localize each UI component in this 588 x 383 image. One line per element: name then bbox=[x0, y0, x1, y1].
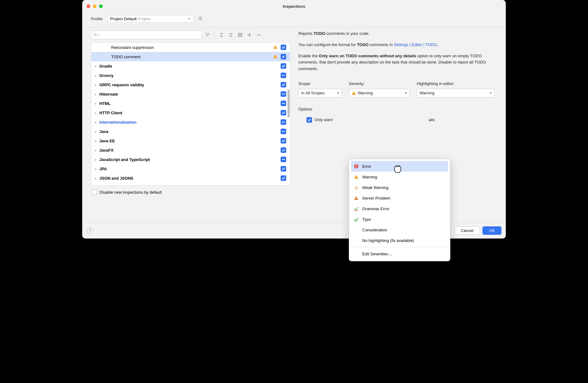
checkbox[interactable] bbox=[281, 82, 286, 87]
expand-arrow-icon[interactable]: ▸ bbox=[95, 64, 99, 68]
search-input[interactable]: ▾ bbox=[91, 31, 202, 39]
expand-arrow-icon[interactable]: ▸ bbox=[95, 130, 99, 133]
profile-label: Profile: bbox=[91, 17, 103, 21]
tree-row[interactable]: Redundant suppression bbox=[91, 43, 290, 52]
grammar-icon bbox=[353, 206, 359, 211]
severity-option[interactable]: Consideration bbox=[349, 225, 450, 235]
highlight-select[interactable]: Warning ▾ bbox=[417, 89, 495, 97]
expand-arrow-icon[interactable]: ▸ bbox=[95, 139, 99, 143]
checkbox[interactable] bbox=[281, 166, 286, 172]
remove-icon[interactable] bbox=[255, 33, 263, 37]
option-label: Grammar Error bbox=[362, 206, 389, 211]
tree-row[interactable]: ▸JavaScript and TypeScript bbox=[91, 155, 290, 164]
collapse-all-icon[interactable] bbox=[227, 33, 235, 37]
filter-icon[interactable] bbox=[204, 32, 211, 37]
add-icon[interactable] bbox=[246, 33, 253, 37]
profile-value: Project Default bbox=[110, 17, 136, 21]
option-label: Typo bbox=[362, 217, 371, 222]
tree-row[interactable]: ▸JPA bbox=[91, 164, 290, 173]
checkbox[interactable] bbox=[281, 157, 286, 162]
help-button[interactable]: ? bbox=[87, 227, 93, 234]
settings-link[interactable]: Settings | Editor | TODO bbox=[394, 42, 437, 47]
svg-point-1 bbox=[94, 33, 96, 35]
tree-row[interactable]: ▸GRPC requests validity bbox=[91, 80, 290, 89]
option-label: Server Problem bbox=[362, 196, 390, 201]
tree-row[interactable]: TODO comment bbox=[91, 52, 290, 61]
tree-row[interactable]: ▸Hibernate bbox=[91, 89, 290, 99]
ok-button[interactable]: OK bbox=[482, 226, 501, 235]
expand-arrow-icon[interactable]: ▸ bbox=[95, 167, 99, 171]
expand-arrow-icon[interactable]: ▸ bbox=[95, 158, 99, 161]
profile-select[interactable]: Project Default Project bbox=[107, 15, 194, 23]
expand-arrow-icon[interactable]: ▸ bbox=[95, 121, 99, 124]
reset-icon[interactable] bbox=[236, 33, 244, 37]
scope-select[interactable]: In All Scopes ▾ bbox=[298, 89, 342, 97]
option-label: Weak Warning bbox=[362, 185, 389, 190]
checkbox[interactable] bbox=[281, 91, 286, 97]
server-icon bbox=[353, 196, 359, 200]
severity-option[interactable]: Typo bbox=[349, 214, 450, 225]
checkbox[interactable] bbox=[281, 129, 286, 134]
checkbox[interactable] bbox=[281, 147, 286, 153]
chevron-down-icon: ▾ bbox=[337, 90, 339, 96]
tree-row[interactable]: ▸Groovy bbox=[91, 71, 290, 80]
options-row: Only warn ails bbox=[306, 117, 497, 123]
options-heading: Options bbox=[298, 106, 497, 112]
gear-icon[interactable] bbox=[197, 16, 203, 22]
expand-arrow-icon[interactable]: ▸ bbox=[95, 149, 99, 152]
disable-new-checkbox[interactable] bbox=[92, 189, 97, 195]
expand-arrow-icon[interactable]: ▸ bbox=[95, 83, 99, 87]
tree-row[interactable]: ▸Internationalization bbox=[91, 117, 290, 127]
only-warn-checkbox[interactable] bbox=[306, 117, 312, 123]
checkbox[interactable] bbox=[281, 101, 286, 106]
severity-select[interactable]: Warning ▾ bbox=[349, 89, 410, 97]
expand-arrow-icon[interactable]: ▸ bbox=[95, 92, 99, 96]
detail-p2: You can configure the format for TODO co… bbox=[298, 42, 497, 48]
tree-label: JavaScript and TypeScript bbox=[99, 157, 281, 162]
checkbox[interactable] bbox=[281, 45, 286, 50]
scope-label: Scope: bbox=[298, 81, 342, 87]
toolbar: ▾ bbox=[91, 27, 290, 42]
option-label: Consideration bbox=[362, 228, 387, 232]
expand-arrow-icon[interactable]: ▸ bbox=[95, 111, 99, 115]
scrollbar[interactable] bbox=[287, 89, 290, 117]
expand-arrow-icon[interactable]: ▸ bbox=[95, 74, 99, 77]
cancel-button[interactable]: Cancel bbox=[454, 226, 480, 235]
checkbox[interactable] bbox=[281, 119, 286, 125]
expand-arrow-icon[interactable]: ▸ bbox=[95, 177, 99, 180]
svg-point-0 bbox=[200, 18, 201, 19]
checkbox[interactable] bbox=[281, 54, 286, 59]
tree-row[interactable]: ▸Java bbox=[91, 127, 290, 136]
checkbox[interactable] bbox=[281, 73, 286, 78]
tree-row[interactable]: ▸JavaFX bbox=[91, 145, 290, 155]
expand-all-icon[interactable] bbox=[218, 33, 225, 37]
tree-row[interactable]: ▸HTML bbox=[91, 99, 290, 108]
tree-label: Redundant suppression bbox=[111, 45, 273, 50]
tree-label: GRPC requests validity bbox=[99, 83, 281, 87]
tree-row[interactable]: ▸JSON and JSON5 bbox=[91, 173, 290, 183]
chevron-down-icon: ▾ bbox=[490, 90, 492, 96]
option-label: Error bbox=[362, 164, 371, 169]
chevron-down-icon: ▾ bbox=[405, 90, 407, 96]
tree-label: JavaFX bbox=[99, 148, 281, 153]
checkbox[interactable] bbox=[281, 63, 286, 69]
left-panel: ▾ Redundant suppressionTODO comment▸Grad… bbox=[91, 27, 290, 211]
tree-row[interactable]: ▸Java EE bbox=[91, 136, 290, 145]
expand-arrow-icon[interactable]: ▸ bbox=[95, 102, 99, 105]
severity-option[interactable]: No highlighting (fix available) bbox=[349, 235, 450, 246]
weak-icon bbox=[353, 186, 359, 189]
disable-new-label: Disable new inspections by default bbox=[100, 190, 162, 195]
severity-option[interactable]: Server Problem bbox=[349, 193, 450, 203]
checkbox[interactable] bbox=[281, 175, 286, 181]
edit-severities[interactable]: Edit Severities… bbox=[349, 248, 450, 259]
inspection-tree[interactable]: Redundant suppressionTODO comment▸Gradle… bbox=[91, 42, 290, 186]
only-warn-suffix: ails bbox=[429, 117, 435, 123]
warning-icon bbox=[353, 175, 359, 179]
tree-row[interactable]: ▸HTTP Client bbox=[91, 108, 290, 117]
severity-option[interactable]: Weak Warning bbox=[349, 182, 450, 193]
chevron-down-icon bbox=[188, 17, 191, 21]
checkbox[interactable] bbox=[281, 110, 286, 116]
tree-row[interactable]: ▸Gradle bbox=[91, 61, 290, 71]
checkbox[interactable] bbox=[281, 138, 286, 144]
severity-option[interactable]: Grammar Error bbox=[349, 203, 450, 214]
